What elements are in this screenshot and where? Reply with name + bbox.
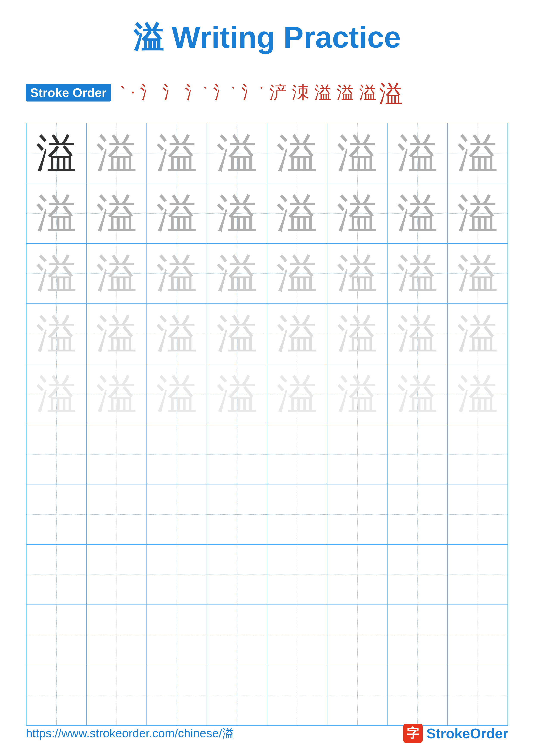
grid-cell-r1c5[interactable]: 溢 xyxy=(267,123,327,183)
grid-cell-r4c6[interactable]: 溢 xyxy=(327,304,387,364)
grid-cell-r8c5[interactable] xyxy=(267,545,327,605)
grid-cell-r6c1[interactable] xyxy=(26,424,87,484)
grid-cell-r2c1[interactable]: 溢 xyxy=(26,183,87,243)
grid-cell-r3c2[interactable]: 溢 xyxy=(87,244,146,304)
grid-cell-r10c1[interactable] xyxy=(26,665,87,725)
grid-cell-r9c6[interactable] xyxy=(327,605,387,665)
grid-cell-r10c3[interactable] xyxy=(147,665,207,725)
grid-cell-r3c5[interactable]: 溢 xyxy=(267,244,327,304)
grid-cell-r10c6[interactable] xyxy=(327,665,387,725)
grid-cell-r4c8[interactable]: 溢 xyxy=(447,304,508,364)
grid-cell-r10c4[interactable] xyxy=(207,665,267,725)
grid-cell-r4c2[interactable]: 溢 xyxy=(87,304,146,364)
practice-char: 溢 xyxy=(96,313,137,354)
grid-cell-r1c1[interactable]: 溢 xyxy=(26,123,87,183)
grid-cell-r2c8[interactable]: 溢 xyxy=(447,183,508,243)
practice-char: 溢 xyxy=(36,193,77,234)
grid-cell-r10c8[interactable] xyxy=(447,665,508,725)
grid-cell-r3c3[interactable]: 溢 xyxy=(147,244,207,304)
grid-cell-r2c3[interactable]: 溢 xyxy=(147,183,207,243)
brand-icon: 字 xyxy=(403,724,423,743)
practice-char: 溢 xyxy=(397,133,438,174)
grid-cell-r8c6[interactable] xyxy=(327,545,387,605)
grid-cell-r6c8[interactable] xyxy=(447,424,508,484)
grid-cell-r7c1[interactable] xyxy=(26,484,87,544)
grid-cell-r7c6[interactable] xyxy=(327,484,387,544)
grid-cell-r9c5[interactable] xyxy=(267,605,327,665)
grid-cell-r5c2[interactable]: 溢 xyxy=(87,364,146,424)
grid-cell-r8c1[interactable] xyxy=(26,545,87,605)
grid-cell-r6c5[interactable] xyxy=(267,424,327,484)
grid-cell-r8c4[interactable] xyxy=(207,545,267,605)
grid-cell-r1c4[interactable]: 溢 xyxy=(207,123,267,183)
grid-cell-r9c3[interactable] xyxy=(147,605,207,665)
grid-cell-r2c6[interactable]: 溢 xyxy=(327,183,387,243)
practice-char: 溢 xyxy=(216,133,257,174)
stroke-8: 浐 xyxy=(269,81,287,104)
grid-cell-r3c8[interactable]: 溢 xyxy=(447,244,508,304)
grid-cell-r5c4[interactable]: 溢 xyxy=(207,364,267,424)
grid-cell-r1c3[interactable]: 溢 xyxy=(147,123,207,183)
grid-cell-r3c1[interactable]: 溢 xyxy=(26,244,87,304)
grid-cell-r8c2[interactable] xyxy=(87,545,146,605)
grid-cell-r3c7[interactable]: 溢 xyxy=(387,244,447,304)
practice-char: 溢 xyxy=(277,373,318,415)
practice-char: 溢 xyxy=(457,373,498,415)
grid-cell-r5c5[interactable]: 溢 xyxy=(267,364,327,424)
grid-cell-r7c4[interactable] xyxy=(207,484,267,544)
grid-cell-r2c2[interactable]: 溢 xyxy=(87,183,146,243)
page-title: 溢 Writing Practice xyxy=(26,17,508,58)
practice-char: 溢 xyxy=(397,373,438,415)
grid-cell-r10c2[interactable] xyxy=(87,665,146,725)
grid-cell-r1c7[interactable]: 溢 xyxy=(387,123,447,183)
grid-cell-r5c6[interactable]: 溢 xyxy=(327,364,387,424)
grid-cell-r4c5[interactable]: 溢 xyxy=(267,304,327,364)
stroke-order-section: Stroke Order ` · 氵 氵 氵˙ 氵˙ 氵˙ 浐 洓 溢 溢 溢 … xyxy=(26,75,508,110)
practice-char: 溢 xyxy=(36,373,77,415)
grid-cell-r2c5[interactable]: 溢 xyxy=(267,183,327,243)
grid-cell-r9c1[interactable] xyxy=(26,605,87,665)
grid-cell-r3c6[interactable]: 溢 xyxy=(327,244,387,304)
practice-char: 溢 xyxy=(36,253,77,294)
grid-cell-r7c7[interactable] xyxy=(387,484,447,544)
grid-cell-r8c3[interactable] xyxy=(147,545,207,605)
stroke-6: 氵˙ xyxy=(213,81,236,104)
grid-cell-r8c8[interactable] xyxy=(447,545,508,605)
grid-cell-r10c7[interactable] xyxy=(387,665,447,725)
grid-cell-r7c8[interactable] xyxy=(447,484,508,544)
practice-char: 溢 xyxy=(156,313,197,354)
grid-cell-r9c2[interactable] xyxy=(87,605,146,665)
grid-cell-r2c7[interactable]: 溢 xyxy=(387,183,447,243)
grid-cell-r9c4[interactable] xyxy=(207,605,267,665)
grid-cell-r3c4[interactable]: 溢 xyxy=(207,244,267,304)
practice-char: 溢 xyxy=(277,193,318,234)
grid-cell-r5c1[interactable]: 溢 xyxy=(26,364,87,424)
grid-cell-r6c7[interactable] xyxy=(387,424,447,484)
grid-cell-r8c7[interactable] xyxy=(387,545,447,605)
grid-cell-r4c7[interactable]: 溢 xyxy=(387,304,447,364)
grid-cell-r7c5[interactable] xyxy=(267,484,327,544)
grid-cell-r4c1[interactable]: 溢 xyxy=(26,304,87,364)
grid-cell-r6c3[interactable] xyxy=(147,424,207,484)
grid-cell-r1c2[interactable]: 溢 xyxy=(87,123,146,183)
grid-cell-r9c8[interactable] xyxy=(447,605,508,665)
practice-grid: 溢 溢 溢 溢 溢 溢 溢 溢 溢 溢 溢 xyxy=(26,122,508,726)
grid-cell-r6c4[interactable] xyxy=(207,424,267,484)
grid-cell-r5c7[interactable]: 溢 xyxy=(387,364,447,424)
grid-cell-r6c6[interactable] xyxy=(327,424,387,484)
grid-cell-r4c3[interactable]: 溢 xyxy=(147,304,207,364)
grid-cell-r1c8[interactable]: 溢 xyxy=(447,123,508,183)
grid-cell-r9c7[interactable] xyxy=(387,605,447,665)
grid-cell-r1c6[interactable]: 溢 xyxy=(327,123,387,183)
footer-url[interactable]: https://www.strokeorder.com/chinese/溢 xyxy=(26,725,234,741)
grid-cell-r5c3[interactable]: 溢 xyxy=(147,364,207,424)
practice-char: 溢 xyxy=(337,313,378,354)
grid-cell-r6c2[interactable] xyxy=(87,424,146,484)
stroke-1: ` xyxy=(120,83,126,102)
grid-cell-r4c4[interactable]: 溢 xyxy=(207,304,267,364)
grid-cell-r10c5[interactable] xyxy=(267,665,327,725)
grid-cell-r7c2[interactable] xyxy=(87,484,146,544)
grid-cell-r5c8[interactable]: 溢 xyxy=(447,364,508,424)
grid-cell-r7c3[interactable] xyxy=(147,484,207,544)
grid-cell-r2c4[interactable]: 溢 xyxy=(207,183,267,243)
